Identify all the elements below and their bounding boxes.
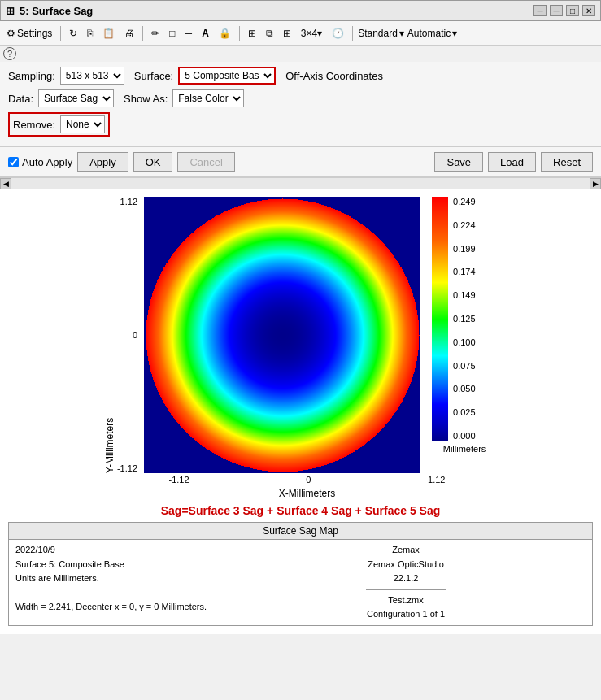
sampling-select[interactable]: 513 x 513	[60, 67, 124, 85]
save-button[interactable]: Save	[434, 152, 483, 172]
text-button[interactable]: A	[198, 26, 212, 41]
clipboard-button[interactable]: 📋	[99, 26, 118, 41]
pin-button[interactable]: ─	[533, 5, 547, 16]
info-cell-left: 2022/10/9 Surface 5: Composite Base Unit…	[9, 540, 359, 626]
standard-dropdown[interactable]: Standard ▾	[358, 28, 404, 39]
right-buttons: Save Load Reset	[434, 152, 593, 172]
toolbar-separator-4	[352, 26, 353, 41]
clock-button[interactable]: 🕐	[329, 26, 347, 41]
colorbar-label-1: 0.224	[453, 220, 476, 230]
info-surface: Surface 5: Composite Base	[15, 559, 124, 569]
colorbar-label-4: 0.149	[453, 290, 476, 300]
automatic-dropdown[interactable]: Automatic ▾	[407, 28, 457, 39]
chart-inner: 1.12 0 -1.12 0.249 0.224	[117, 197, 497, 499]
lock-button[interactable]: 🔒	[216, 26, 234, 41]
apply-button[interactable]: Apply	[77, 152, 128, 172]
automatic-chevron-icon: ▾	[452, 28, 457, 39]
info-units: Units are Millimeters.	[15, 573, 99, 583]
x-tick-left: -1.12	[168, 475, 189, 485]
sampling-label: Sampling:	[8, 70, 55, 82]
load-button[interactable]: Load	[488, 152, 536, 172]
layers-icon: ⧉	[266, 28, 273, 39]
colorbar-label-3: 0.174	[453, 267, 476, 276]
colorbar-label-10: 0.000	[453, 431, 476, 441]
surface-label: Surface:	[134, 70, 173, 82]
offaxis-label: Off-Axis Coordinates	[285, 70, 383, 82]
info-company: Zemax	[392, 545, 420, 554]
rectangle-button[interactable]: □	[166, 26, 178, 41]
auto-apply-label[interactable]: Auto Apply	[8, 156, 72, 168]
line-button[interactable]: ─	[182, 26, 196, 41]
help-button[interactable]: ?	[3, 47, 16, 60]
cancel-button[interactable]: Cancel	[177, 152, 234, 172]
y-tick-mid: 0	[117, 330, 137, 340]
auto-apply-checkbox[interactable]	[8, 157, 19, 167]
text-icon: A	[202, 28, 209, 39]
horizontal-scrollbar[interactable]: ◀ ▶	[0, 177, 601, 189]
info-date: 2022/10/9	[15, 545, 55, 554]
scroll-left-button[interactable]: ◀	[0, 178, 11, 189]
reload-button[interactable]: ↻	[66, 26, 81, 41]
colorbar-canvas	[432, 197, 448, 441]
ok-button[interactable]: OK	[133, 152, 173, 172]
scroll-track[interactable]	[11, 178, 590, 189]
settings-button[interactable]: ⚙ Settings	[3, 26, 55, 41]
colorbar-label-6: 0.100	[453, 337, 476, 347]
layers-button[interactable]: ⧉	[263, 26, 277, 41]
showas-select[interactable]: False Color	[172, 89, 244, 107]
toolbar-separator-1	[60, 26, 61, 41]
standard-label: Standard	[358, 28, 398, 39]
x-ticks: -1.12 0 1.12	[168, 475, 445, 485]
colorbar-label-5: 0.125	[453, 314, 476, 324]
pencil-icon: ✏	[151, 28, 159, 39]
buttons-row: Auto Apply Apply OK Cancel Save Load Res…	[0, 147, 601, 177]
x-axis-label: X-Millimeters	[279, 488, 335, 499]
grid-size-label: 3×4▾	[301, 28, 322, 39]
colorbar-label-9: 0.025	[453, 407, 476, 417]
colorbar-label-0: 0.249	[453, 197, 476, 207]
maximize-button[interactable]: □	[566, 5, 579, 16]
surface-group: Surface: 5 Composite Bas	[134, 67, 276, 85]
standard-chevron-icon: ▾	[399, 28, 404, 39]
help-row: ?	[0, 46, 601, 62]
controls-row-2: Data: Surface Sag Show As: False Color	[8, 89, 593, 107]
auto-apply-text: Auto Apply	[22, 156, 72, 168]
controls-row-1: Sampling: 513 x 513 Surface: 5 Composite…	[8, 67, 593, 85]
data-group: Data: Surface Sag	[8, 89, 114, 107]
settings-icon: ⚙	[7, 28, 15, 39]
grid-size-button[interactable]: 3×4▾	[298, 26, 325, 41]
scroll-right-button[interactable]: ▶	[590, 178, 601, 189]
colorbar: 0.249 0.224 0.199 0.174 0.149 0.125 0.10…	[432, 197, 497, 454]
info-divider	[366, 589, 446, 590]
info-table-header: Surface Sag Map	[9, 523, 593, 540]
surface-select[interactable]: 5 Composite Bas	[178, 67, 276, 85]
minimize-button[interactable]: ─	[550, 5, 563, 16]
window-title: 5: Surface Sag	[20, 5, 93, 17]
copy-button[interactable]: ⎘	[84, 26, 96, 41]
print-icon: 🖨	[124, 28, 134, 39]
info-software: Zemax OpticStudio 22.1.2	[368, 559, 444, 584]
remove-select[interactable]: None	[60, 115, 105, 133]
x-tick-right: 1.12	[428, 475, 445, 485]
controls-row-3: Remove: None	[8, 112, 593, 137]
close-button[interactable]: ✕	[582, 5, 595, 16]
info-config: Configuration 1 of 1	[367, 609, 445, 619]
chart-plot-row: 1.12 0 -1.12 0.249 0.224	[117, 197, 497, 473]
settings-label: Settings	[17, 28, 52, 39]
title-bar-controls: ─ ─ □ ✕	[533, 5, 595, 16]
y-axis-label: Y-Millimeters	[104, 197, 115, 473]
reset-button[interactable]: Reset	[541, 152, 593, 172]
chart-area: Y-Millimeters 1.12 0 -1.12	[0, 189, 601, 634]
info-cell-right: Zemax Zemax OpticStudio 22.1.2 Test.zmx …	[359, 540, 452, 625]
rectangle-icon: □	[169, 28, 175, 39]
remove-label: Remove:	[13, 119, 55, 131]
pencil-button[interactable]: ✏	[148, 26, 163, 41]
y-tick-top: 1.12	[117, 197, 137, 207]
y-ticks: 1.12 0 -1.12	[117, 197, 137, 473]
colorbar-label-7: 0.075	[453, 361, 476, 371]
matrix-icon: ⊞	[283, 28, 291, 39]
print-button[interactable]: 🖨	[121, 26, 137, 41]
matrix-button[interactable]: ⊞	[280, 26, 294, 41]
data-select[interactable]: Surface Sag	[38, 89, 114, 107]
grid-button[interactable]: ⊞	[245, 26, 259, 41]
